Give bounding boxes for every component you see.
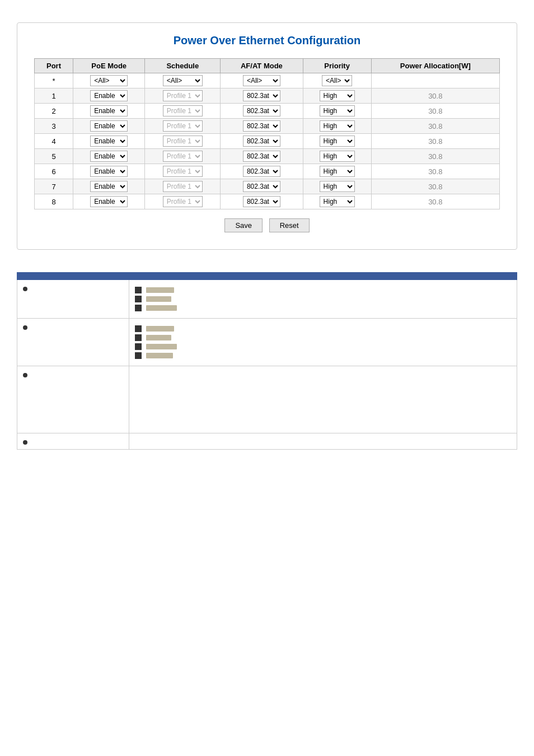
save-button[interactable]: Save (224, 218, 263, 232)
table-row-2: 2EnableDisableProfile 1Profile 2802.3at8… (35, 104, 500, 119)
af-at-cell-6[interactable]: 802.3at802.3af (221, 164, 303, 179)
af-at-cell-1[interactable]: 802.3at802.3af (221, 88, 303, 104)
af-at-cell-5[interactable]: 802.3at802.3af (221, 149, 303, 164)
af-at-select-6[interactable]: 802.3at802.3af (243, 166, 280, 177)
priority-select-1[interactable]: HighLowCritical (320, 90, 355, 101)
poe-mode-select-2[interactable]: EnableDisable (90, 105, 128, 116)
port-cell-8: 8 (35, 194, 73, 209)
af-at-select-1[interactable]: 802.3at802.3af (243, 90, 280, 101)
af-at-select-4[interactable]: 802.3at802.3af (243, 136, 280, 147)
af-at-cell-7[interactable]: 802.3at802.3af (221, 179, 303, 194)
poe-mode-select-1[interactable]: EnableDisable (90, 90, 128, 101)
poe-config-panel: Power Over Ethernet Configuration Port P… (17, 22, 517, 250)
reset-button[interactable]: Reset (269, 218, 310, 232)
table-row-6: 6EnableDisableProfile 1Profile 2802.3at8… (35, 164, 500, 179)
poe-mode-select-3[interactable]: EnableDisable (90, 120, 128, 132)
schedule-select-5[interactable]: Profile 1Profile 2 (163, 151, 203, 162)
priority-select-4[interactable]: HighLowCritical (320, 136, 355, 147)
bullet-text-bar (146, 344, 177, 349)
priority-cell-1[interactable]: HighLowCritical (303, 88, 371, 104)
desc-row2-col1 (17, 319, 129, 366)
desc-row4-col1 (17, 433, 129, 450)
schedule-cell-3[interactable]: Profile 1Profile 2 (145, 119, 221, 134)
poe-mode-select-wild[interactable]: <All> Enable Disable (90, 75, 128, 86)
table-row-1: 1EnableDisableProfile 1Profile 2802.3at8… (35, 88, 500, 104)
schedule-cell-wild[interactable]: <All> Profile 1 (145, 73, 221, 88)
bullet-square-icon (135, 325, 142, 332)
priority-select-3[interactable]: HighLowCritical (320, 120, 355, 132)
desc-row-3 (17, 366, 517, 433)
schedule-cell-8[interactable]: Profile 1Profile 2 (145, 194, 221, 209)
desc-col2-header (129, 273, 517, 280)
poe-mode-select-6[interactable]: EnableDisable (90, 166, 128, 177)
power-cell-6: 30.8 (371, 164, 499, 179)
priority-select-7[interactable]: HighLowCritical (320, 181, 355, 192)
priority-cell-wild[interactable]: <All> High Low (303, 73, 371, 88)
priority-cell-2[interactable]: HighLowCritical (303, 104, 371, 119)
af-at-select-8[interactable]: 802.3at802.3af (243, 196, 280, 207)
poe-mode-cell-6[interactable]: EnableDisable (73, 164, 145, 179)
poe-mode-select-5[interactable]: EnableDisable (90, 151, 128, 162)
schedule-select-3[interactable]: Profile 1Profile 2 (163, 120, 203, 132)
schedule-select-2[interactable]: Profile 1Profile 2 (163, 105, 203, 116)
af-at-select-2[interactable]: 802.3at802.3af (243, 105, 280, 116)
priority-select-wild[interactable]: <All> High Low (322, 75, 352, 86)
priority-select-8[interactable]: HighLowCritical (320, 196, 355, 207)
power-cell-8: 30.8 (371, 194, 499, 209)
schedule-cell-7[interactable]: Profile 1Profile 2 (145, 179, 221, 194)
bullet-square-icon (135, 352, 142, 359)
priority-cell-7[interactable]: HighLowCritical (303, 179, 371, 194)
poe-mode-cell-8[interactable]: EnableDisable (73, 194, 145, 209)
poe-mode-cell-1[interactable]: EnableDisable (73, 88, 145, 104)
af-at-cell-3[interactable]: 802.3at802.3af (221, 119, 303, 134)
priority-cell-3[interactable]: HighLowCritical (303, 119, 371, 134)
priority-cell-4[interactable]: HighLowCritical (303, 134, 371, 149)
schedule-select-6[interactable]: Profile 1Profile 2 (163, 166, 203, 177)
poe-mode-cell-3[interactable]: EnableDisable (73, 119, 145, 134)
schedule-cell-6[interactable]: Profile 1Profile 2 (145, 164, 221, 179)
bullet-item-2-4 (135, 352, 511, 359)
schedule-cell-1[interactable]: Profile 1Profile 2 (145, 88, 221, 104)
priority-select-5[interactable]: HighLowCritical (320, 151, 355, 162)
poe-mode-select-7[interactable]: EnableDisable (90, 181, 128, 192)
power-cell-4: 30.8 (371, 134, 499, 149)
panel-title: Power Over Ethernet Configuration (34, 34, 500, 47)
schedule-select-7[interactable]: Profile 1Profile 2 (163, 181, 203, 192)
af-at-select-7[interactable]: 802.3at802.3af (243, 181, 280, 192)
af-at-cell-4[interactable]: 802.3at802.3af (221, 134, 303, 149)
table-row-4: 4EnableDisableProfile 1Profile 2802.3at8… (35, 134, 500, 149)
poe-mode-select-8[interactable]: EnableDisable (90, 196, 128, 207)
schedule-select-8[interactable]: Profile 1Profile 2 (163, 196, 203, 207)
priority-cell-5[interactable]: HighLowCritical (303, 149, 371, 164)
af-at-select-3[interactable]: 802.3at802.3af (243, 120, 280, 132)
af-at-select-wild[interactable]: <All> 802.3at 802.3af (243, 75, 280, 86)
schedule-select-1[interactable]: Profile 1Profile 2 (163, 90, 203, 101)
schedule-cell-2[interactable]: Profile 1Profile 2 (145, 104, 221, 119)
bullet-item-1-1 (135, 287, 511, 293)
af-at-cell-8[interactable]: 802.3at802.3af (221, 194, 303, 209)
af-at-cell-wild[interactable]: <All> 802.3at 802.3af (221, 73, 303, 88)
schedule-select-wild[interactable]: <All> Profile 1 (163, 75, 203, 86)
schedule-cell-5[interactable]: Profile 1Profile 2 (145, 149, 221, 164)
schedule-select-4[interactable]: Profile 1Profile 2 (163, 136, 203, 147)
priority-cell-8[interactable]: HighLowCritical (303, 194, 371, 209)
schedule-cell-4[interactable]: Profile 1Profile 2 (145, 134, 221, 149)
priority-cell-6[interactable]: HighLowCritical (303, 164, 371, 179)
priority-select-6[interactable]: HighLowCritical (320, 166, 355, 177)
poe-mode-cell-5[interactable]: EnableDisable (73, 149, 145, 164)
poe-mode-cell-2[interactable]: EnableDisable (73, 104, 145, 119)
af-at-select-5[interactable]: 802.3at802.3af (243, 151, 280, 162)
poe-mode-select-4[interactable]: EnableDisable (90, 136, 128, 147)
bullet-dot-3 (23, 373, 27, 377)
poe-mode-cell-7[interactable]: EnableDisable (73, 179, 145, 194)
desc-row3-col2 (129, 366, 517, 433)
poe-mode-cell-wild[interactable]: <All> Enable Disable (73, 73, 145, 88)
bullet-text-bar (146, 335, 171, 340)
table-row-5: 5EnableDisableProfile 1Profile 2802.3at8… (35, 149, 500, 164)
button-row: Save Reset (34, 218, 500, 232)
description-table (17, 272, 517, 450)
bullet-text-bar (146, 353, 173, 358)
poe-mode-cell-4[interactable]: EnableDisable (73, 134, 145, 149)
priority-select-2[interactable]: HighLowCritical (320, 105, 355, 116)
af-at-cell-2[interactable]: 802.3at802.3af (221, 104, 303, 119)
